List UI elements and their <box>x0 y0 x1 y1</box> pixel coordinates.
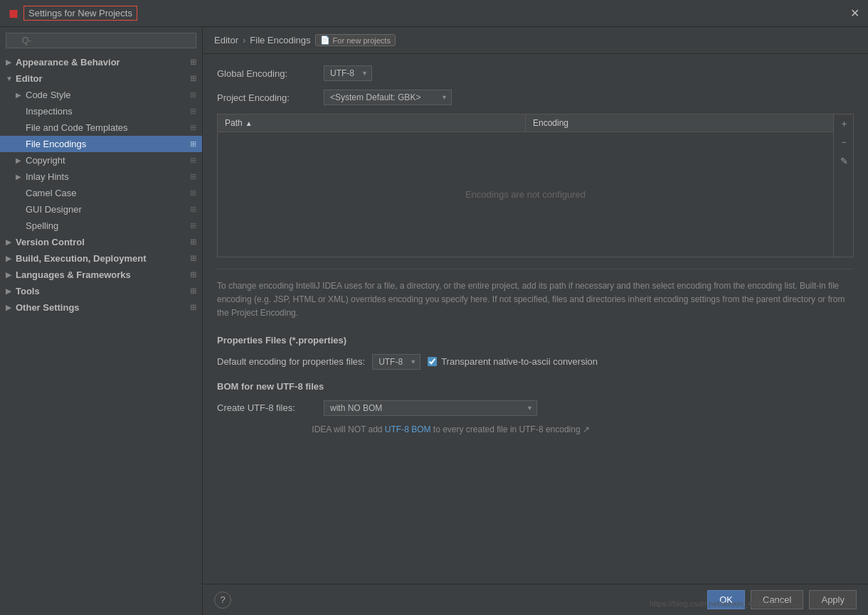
breadcrumb-section: File Encodings <box>250 35 310 46</box>
path-column-header: Path ▲ <box>218 114 526 132</box>
table-header-row: Path ▲ Encoding <box>218 114 833 132</box>
sidebar-item-camel-case[interactable]: ▶ Camel Case ⊞ <box>0 185 202 201</box>
sidebar-item-spelling[interactable]: ▶ Spelling ⊞ <box>0 218 202 234</box>
sidebar-item-label: Other Settings <box>16 302 190 313</box>
global-encoding-select-wrapper: UTF-8 <box>324 65 372 81</box>
copy-icon: ⊞ <box>190 58 196 67</box>
sidebar-item-languages-frameworks[interactable]: ▶ Languages & Frameworks ⊞ <box>0 267 202 283</box>
main-content: 🔍 ▶ Appearance & Behavior ⊞ ▼ Editor ⊞ ▶… <box>0 27 868 615</box>
help-button[interactable]: ? <box>214 592 231 609</box>
default-encoding-label: Default encoding for properties files: <box>217 356 365 367</box>
for-new-projects-badge: 📄 For new projects <box>315 34 396 46</box>
apply-button[interactable]: Apply <box>809 590 857 609</box>
bom-section: BOM for new UTF-8 files Create UTF-8 fil… <box>217 381 854 434</box>
create-utf8-select-wrapper: with NO BOM with BOM <box>324 400 537 416</box>
copy-icon: ⊞ <box>190 107 196 116</box>
encoding-header-label: Encoding <box>533 118 568 128</box>
global-encoding-select[interactable]: UTF-8 <box>324 65 372 81</box>
sidebar-item-file-code-templates[interactable]: ▶ File and Code Templates ⊞ <box>0 119 202 136</box>
sidebar-item-editor[interactable]: ▼ Editor ⊞ <box>0 70 202 87</box>
sidebar-item-label: Appearance & Behavior <box>16 57 190 68</box>
sidebar-item-label: File Encodings <box>26 139 190 149</box>
expand-arrow-icon: ▶ <box>16 91 26 99</box>
sidebar-item-label: File and Code Templates <box>26 122 190 133</box>
sidebar-item-tools[interactable]: ▶ Tools ⊞ <box>0 283 202 299</box>
copy-icon: ⊞ <box>190 156 196 165</box>
sidebar-item-label: GUI Designer <box>26 204 190 215</box>
sidebar-item-label: Editor <box>16 73 190 84</box>
sidebar-item-inlay-hints[interactable]: ▶ Inlay Hints ⊞ <box>0 169 202 185</box>
bom-section-title: BOM for new UTF-8 files <box>217 381 854 392</box>
sidebar-item-other-settings[interactable]: ▶ Other Settings ⊞ <box>0 299 202 316</box>
info-text-content: To change encoding IntelliJ IDEA uses fo… <box>217 281 845 318</box>
bom-note-link[interactable]: UTF-8 BOM <box>385 424 431 434</box>
table-side-actions: ＋ － ✎ <box>833 114 853 257</box>
sidebar-item-appearance[interactable]: ▶ Appearance & Behavior ⊞ <box>0 54 202 70</box>
global-encoding-row: Global Encoding: UTF-8 <box>217 65 854 81</box>
copy-icon: ⊞ <box>190 221 196 230</box>
sidebar-item-file-encodings[interactable]: ▶ File Encodings ⊞ <box>0 136 202 152</box>
sidebar-item-gui-designer[interactable]: ▶ GUI Designer ⊞ <box>0 201 202 218</box>
sidebar-item-version-control[interactable]: ▶ Version Control ⊞ <box>0 234 202 250</box>
sidebar-item-label: Camel Case <box>26 188 190 198</box>
copy-icon: ⊞ <box>190 188 196 198</box>
sidebar-item-copyright[interactable]: ▶ Copyright ⊞ <box>0 152 202 169</box>
transparent-checkbox[interactable] <box>428 357 437 366</box>
breadcrumb-editor: Editor <box>214 35 238 46</box>
sidebar: 🔍 ▶ Appearance & Behavior ⊞ ▼ Editor ⊞ ▶… <box>0 27 203 615</box>
sidebar-item-label: Inlay Hints <box>26 171 190 182</box>
global-encoding-label: Global Encoding: <box>217 68 317 79</box>
create-utf8-select[interactable]: with NO BOM with BOM <box>324 400 537 416</box>
table-add-button[interactable]: ＋ <box>834 114 854 133</box>
table-edit-button[interactable]: ✎ <box>834 151 854 170</box>
right-panel: Editor › File Encodings 📄 For new projec… <box>203 27 868 615</box>
title-bar: ◼ Settings for New Projects ✕ <box>0 0 868 27</box>
table-layout: Path ▲ Encoding Encodings are not config… <box>218 114 853 257</box>
sidebar-item-label: Inspections <box>26 106 190 117</box>
bom-note-prefix: IDEA will NOT add <box>312 424 384 434</box>
sidebar-item-label: Tools <box>16 286 190 296</box>
table-main: Path ▲ Encoding Encodings are not config… <box>218 114 833 257</box>
copy-icon: ⊞ <box>190 237 196 247</box>
default-encoding-select-wrapper: UTF-8 <box>372 354 420 370</box>
table-empty-message: Encodings are not configured <box>218 132 833 257</box>
create-utf8-row: Create UTF-8 files: with NO BOM with BOM <box>217 400 854 416</box>
expand-arrow-icon: ▶ <box>6 238 16 246</box>
sidebar-item-build-execution[interactable]: ▶ Build, Execution, Deployment ⊞ <box>0 250 202 267</box>
search-input[interactable] <box>6 33 196 48</box>
sort-arrow-icon: ▲ <box>245 119 253 127</box>
breadcrumb-separator: › <box>243 35 245 46</box>
window-title: Settings for New Projects <box>23 6 137 21</box>
copy-icon: ⊞ <box>190 90 196 100</box>
sidebar-item-label: Version Control <box>16 237 190 247</box>
badge-label: For new projects <box>333 36 391 45</box>
transparent-label: Transparent native-to-ascii conversion <box>441 356 598 367</box>
close-button[interactable]: ✕ <box>850 6 859 20</box>
copy-icon: ⊞ <box>190 139 196 149</box>
copy-icon: ⊞ <box>190 123 196 132</box>
sidebar-item-inspections[interactable]: ▶ Inspections ⊞ <box>0 103 202 119</box>
default-encoding-select[interactable]: UTF-8 <box>372 354 420 370</box>
copy-icon: ⊞ <box>190 303 196 312</box>
expand-arrow-icon: ▶ <box>6 304 16 311</box>
encoding-info-text: To change encoding IntelliJ IDEA uses fo… <box>217 269 854 321</box>
external-link-icon: ↗ <box>583 424 590 434</box>
project-encoding-select[interactable]: <System Default: GBK> <box>324 90 452 105</box>
search-container: 🔍 <box>6 33 196 48</box>
bom-note-suffix: to every created file in UTF-8 encoding <box>431 424 581 434</box>
properties-section: Properties Files (*.properties) Default … <box>217 335 854 370</box>
sidebar-item-label: Spelling <box>26 220 190 231</box>
sidebar-item-label: Copyright <box>26 155 190 166</box>
default-encoding-row: Default encoding for properties files: U… <box>217 354 854 370</box>
sidebar-item-label: Build, Execution, Deployment <box>16 253 190 264</box>
settings-window: ◼ Settings for New Projects ✕ 🔍 ▶ Appear… <box>0 0 868 615</box>
table-remove-button[interactable]: － <box>834 133 854 151</box>
copy-icon: ⊞ <box>190 172 196 181</box>
badge-doc-icon: 📄 <box>320 36 330 45</box>
create-utf8-label: Create UTF-8 files: <box>217 402 317 413</box>
sidebar-item-code-style[interactable]: ▶ Code Style ⊞ <box>0 87 202 103</box>
encoding-column-header: Encoding <box>526 114 833 132</box>
transparent-checkbox-row: Transparent native-to-ascii conversion <box>428 356 598 367</box>
panel-body: Global Encoding: UTF-8 Project Encoding:… <box>203 54 868 584</box>
watermark: https://blog.csdn.net/weixin_42856413 <box>650 599 783 608</box>
